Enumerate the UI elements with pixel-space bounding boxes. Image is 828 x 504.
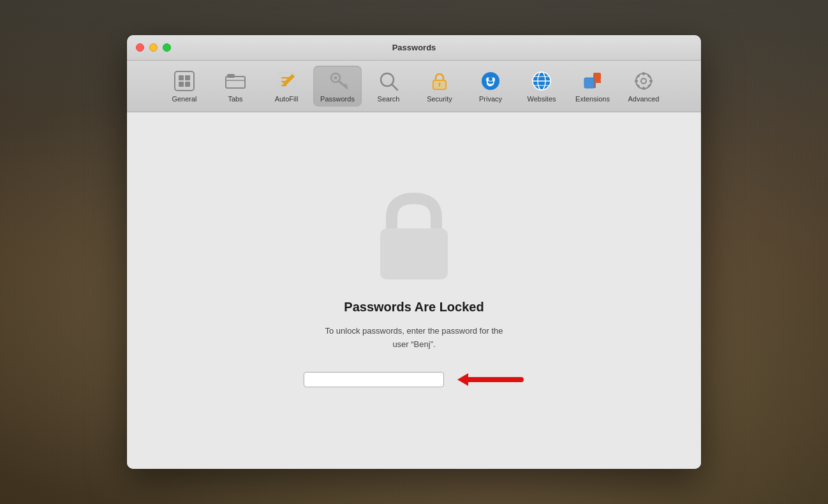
locked-description: To unlock passwords, enter the password … [325,325,503,352]
search-label: Search [378,95,400,103]
toolbar-item-extensions[interactable]: Extensions [568,66,617,107]
advanced-icon [632,70,655,93]
toolbar-item-search[interactable]: Search [364,66,413,107]
password-row [304,367,524,392]
passwords-icon [326,70,349,93]
description-line2: user “Benj”. [392,339,435,349]
general-label: General [172,95,196,103]
safari-preferences-window: Passwords General [127,35,701,469]
autofill-icon [275,70,298,93]
privacy-label: Privacy [479,95,502,103]
toolbar-item-autofill[interactable]: AutoFill [262,66,311,107]
description-line1: To unlock passwords, enter the password … [325,326,503,336]
svg-rect-2 [185,75,190,80]
svg-rect-38 [643,72,645,75]
websites-label: Websites [527,95,556,103]
svg-rect-5 [226,77,245,88]
security-label: Security [427,95,452,103]
maximize-button[interactable] [163,43,171,52]
toolbar-item-general[interactable]: General [160,66,209,107]
svg-point-37 [641,78,646,84]
minimize-button[interactable] [149,43,158,52]
svg-rect-0 [175,71,194,91]
extensions-icon [581,70,604,93]
svg-rect-3 [179,82,184,87]
toolbar-item-passwords[interactable]: Passwords [313,66,362,107]
window-controls [136,43,171,52]
advanced-label: Advanced [628,95,660,103]
red-arrow [454,367,524,392]
lock-icon [373,189,455,285]
general-icon [173,70,196,93]
svg-point-25 [489,77,492,81]
svg-point-14 [334,77,337,80]
passwords-label: Passwords [320,95,355,103]
tabs-icon [224,70,247,93]
extensions-label: Extensions [575,95,610,103]
svg-rect-46 [380,228,448,279]
toolbar-item-privacy[interactable]: Privacy [466,66,515,107]
close-button[interactable] [136,43,144,52]
svg-line-19 [392,84,397,90]
websites-icon [530,70,553,93]
svg-rect-6 [227,74,235,78]
toolbar-item-websites[interactable]: Websites [517,66,566,107]
password-input[interactable] [304,372,444,387]
svg-rect-1 [179,75,184,80]
svg-marker-48 [457,373,468,386]
content-area: Passwords Are Locked To unlock passwords… [127,112,701,469]
privacy-icon [479,70,502,93]
locked-title: Passwords Are Locked [344,300,484,315]
svg-marker-12 [283,74,295,85]
tabs-label: Tabs [228,95,242,103]
security-icon [428,70,451,93]
toolbar-item-advanced[interactable]: Advanced [619,66,668,107]
toolbar: General Tabs [127,61,701,112]
svg-rect-4 [185,82,190,87]
toolbar-item-security[interactable]: Security [415,66,464,107]
svg-rect-40 [635,80,638,82]
toolbar-item-tabs[interactable]: Tabs [211,66,260,107]
window-title: Passwords [392,43,436,52]
svg-rect-32 [584,78,595,88]
svg-rect-39 [643,87,645,90]
search-icon [377,70,400,93]
svg-point-23 [439,83,441,85]
svg-rect-41 [649,80,653,82]
autofill-label: AutoFill [275,95,299,103]
titlebar: Passwords [127,35,701,61]
